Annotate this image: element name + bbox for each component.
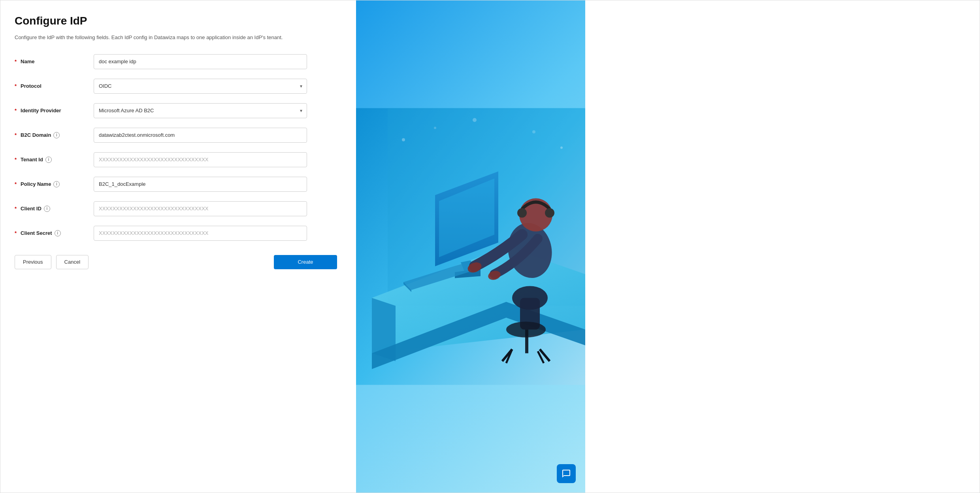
tenant-id-input[interactable] xyxy=(94,152,307,167)
svg-rect-20 xyxy=(525,330,528,353)
svg-point-27 xyxy=(473,118,477,122)
client-secret-required: * xyxy=(15,230,17,236)
tenant-id-required: * xyxy=(15,157,17,162)
footer-buttons: Previous Cancel Create xyxy=(15,255,337,269)
client-id-info-icon[interactable]: i xyxy=(44,206,50,212)
b2c-domain-label: * B2C Domain i xyxy=(15,132,94,138)
name-input[interactable] xyxy=(94,54,307,69)
client-secret-row: * Client Secret i xyxy=(15,226,337,241)
illustration-panel xyxy=(356,0,585,493)
protocol-select-wrapper: OIDC SAML ▾ xyxy=(94,79,307,94)
svg-point-14 xyxy=(545,208,554,218)
previous-button[interactable]: Previous xyxy=(15,255,51,269)
name-required: * xyxy=(15,59,17,64)
protocol-label: * Protocol xyxy=(15,83,94,89)
svg-point-26 xyxy=(434,127,436,129)
policy-name-row: * Policy Name i xyxy=(15,177,337,192)
tenant-id-label: * Tenant Id i xyxy=(15,157,94,163)
policy-name-input[interactable] xyxy=(94,177,307,192)
identity-provider-select-wrapper: Microsoft Azure AD B2C Azure AD Okta Aut… xyxy=(94,103,307,118)
background-illustration xyxy=(356,0,585,493)
policy-name-label: * Policy Name i xyxy=(15,181,94,187)
identity-provider-required: * xyxy=(15,108,17,113)
client-secret-info-icon[interactable]: i xyxy=(55,230,61,236)
client-id-row: * Client ID i xyxy=(15,201,337,216)
b2c-domain-info-icon[interactable]: i xyxy=(53,132,60,138)
svg-point-25 xyxy=(402,138,405,142)
tenant-id-info-icon[interactable]: i xyxy=(45,157,52,163)
client-id-input[interactable] xyxy=(94,201,307,216)
name-label: * Name xyxy=(15,59,94,64)
identity-provider-label: * Identity Provider xyxy=(15,108,94,113)
form-section: Configure IdP Configure the IdP with the… xyxy=(0,0,356,493)
identity-provider-select[interactable]: Microsoft Azure AD B2C Azure AD Okta Aut… xyxy=(94,103,307,118)
b2c-domain-row: * B2C Domain i xyxy=(15,128,337,143)
svg-point-28 xyxy=(532,130,535,134)
chat-icon xyxy=(562,469,571,478)
page-title: Configure IdP xyxy=(15,15,337,27)
b2c-domain-input[interactable] xyxy=(94,128,307,143)
tenant-id-row: * Tenant Id i xyxy=(15,152,337,167)
protocol-required: * xyxy=(15,83,17,89)
protocol-row: * Protocol OIDC SAML ▾ xyxy=(15,79,337,94)
policy-name-required: * xyxy=(15,181,17,187)
policy-name-info-icon[interactable]: i xyxy=(53,181,60,187)
chat-button[interactable] xyxy=(557,464,576,483)
identity-provider-row: * Identity Provider Microsoft Azure AD B… xyxy=(15,103,337,118)
protocol-select[interactable]: OIDC SAML xyxy=(94,79,307,94)
b2c-domain-required: * xyxy=(15,132,17,138)
svg-point-29 xyxy=(560,147,563,149)
svg-point-13 xyxy=(517,208,527,218)
cancel-button[interactable]: Cancel xyxy=(56,255,89,269)
client-id-required: * xyxy=(15,206,17,212)
page-description: Configure the IdP with the following fie… xyxy=(15,34,337,42)
client-secret-input[interactable] xyxy=(94,226,307,241)
client-id-label: * Client ID i xyxy=(15,206,94,212)
create-button[interactable]: Create xyxy=(274,255,337,269)
name-row: * Name xyxy=(15,54,337,69)
client-secret-label: * Client Secret i xyxy=(15,230,94,236)
